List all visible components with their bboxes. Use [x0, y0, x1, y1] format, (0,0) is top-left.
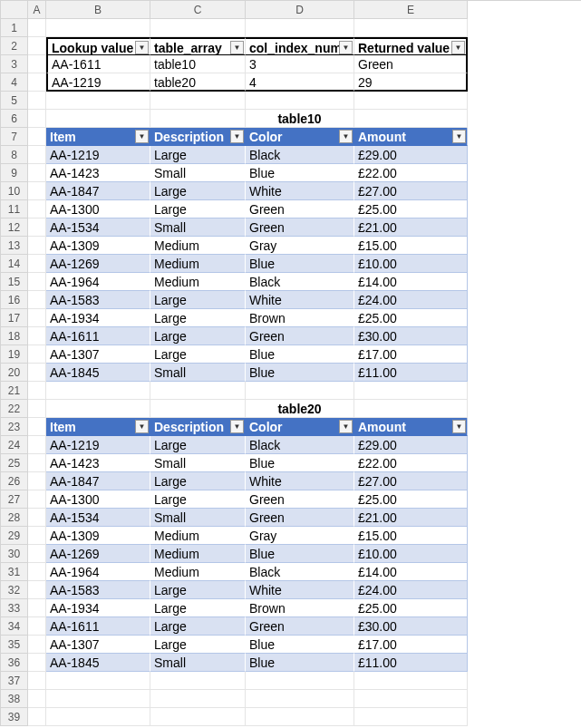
row-header[interactable]: 23 — [1, 418, 28, 436]
table-cell[interactable]: AA-1300 — [46, 490, 150, 509]
row-header[interactable]: 17 — [1, 309, 28, 327]
row-header[interactable]: 34 — [1, 617, 28, 636]
table-cell[interactable]: £25.00 — [354, 599, 468, 617]
table-cell[interactable]: £11.00 — [354, 654, 468, 672]
table-cell[interactable]: Black — [246, 146, 354, 164]
table-cell[interactable]: AA-1534 — [46, 509, 150, 527]
table-cell[interactable]: Large — [150, 146, 246, 164]
table-cell[interactable]: AA-1934 — [46, 309, 150, 327]
row-header[interactable]: 12 — [1, 218, 28, 237]
row-header[interactable]: 18 — [1, 327, 28, 345]
filter-dropdown-icon[interactable]: ▼ — [135, 41, 149, 54]
row-header[interactable]: 27 — [1, 490, 28, 509]
row-header[interactable]: 10 — [1, 182, 28, 200]
table-cell[interactable]: £22.00 — [354, 454, 468, 472]
table-cell[interactable]: £22.00 — [354, 164, 468, 182]
table-cell[interactable]: AA-1845 — [46, 364, 150, 382]
row-header[interactable]: 13 — [1, 237, 28, 255]
table-cell[interactable]: White — [246, 182, 354, 200]
table-cell[interactable]: £27.00 — [354, 182, 468, 200]
row-header[interactable]: 4 — [1, 73, 28, 92]
table-cell[interactable]: AA-1847 — [46, 472, 150, 490]
row-header[interactable]: 38 — [1, 690, 28, 708]
row-header[interactable]: 6 — [1, 110, 28, 128]
table-cell[interactable]: AA-1845 — [46, 654, 150, 672]
row-header[interactable]: 26 — [1, 472, 28, 490]
column-header[interactable]: B — [46, 1, 150, 19]
table-cell[interactable]: AA-1583 — [46, 581, 150, 599]
row-header[interactable]: 24 — [1, 436, 28, 454]
row-header[interactable]: 31 — [1, 563, 28, 581]
row-header[interactable]: 20 — [1, 364, 28, 382]
row-header[interactable]: 1 — [1, 19, 28, 37]
table-cell[interactable]: Brown — [246, 309, 354, 327]
table-cell[interactable]: £24.00 — [354, 581, 468, 599]
table-cell[interactable]: Large — [150, 200, 246, 218]
table-cell[interactable]: White — [246, 291, 354, 309]
table-cell[interactable]: Gray — [246, 527, 354, 545]
row-header[interactable]: 2 — [1, 37, 28, 55]
row-header[interactable]: 36 — [1, 654, 28, 672]
row-header[interactable]: 19 — [1, 345, 28, 364]
row-header[interactable]: 5 — [1, 92, 28, 110]
table-cell[interactable]: Blue — [246, 454, 354, 472]
table-cell[interactable]: £15.00 — [354, 527, 468, 545]
column-header[interactable]: D — [246, 1, 354, 19]
table-cell[interactable]: £21.00 — [354, 218, 468, 237]
lookup-cell[interactable]: table10 — [150, 55, 246, 73]
table-cell[interactable]: Large — [150, 291, 246, 309]
table-cell[interactable]: £25.00 — [354, 309, 468, 327]
table-cell[interactable]: AA-1583 — [46, 291, 150, 309]
table-cell[interactable]: Medium — [150, 563, 246, 581]
table-cell[interactable]: Green — [246, 509, 354, 527]
table-cell[interactable]: Small — [150, 654, 246, 672]
table-cell[interactable]: £30.00 — [354, 617, 468, 636]
filter-dropdown-icon[interactable]: ▼ — [339, 420, 353, 433]
row-header[interactable]: 14 — [1, 255, 28, 273]
spreadsheet-grid[interactable]: ABCDE12Lookup value▼table_array▼col_inde… — [0, 0, 581, 726]
table-cell[interactable]: AA-1269 — [46, 255, 150, 273]
table-cell[interactable]: White — [246, 581, 354, 599]
lookup-cell[interactable]: 29 — [354, 73, 468, 92]
table-cell[interactable]: Blue — [246, 545, 354, 563]
table-cell[interactable]: Blue — [246, 636, 354, 654]
lookup-cell[interactable]: Green — [354, 55, 468, 73]
row-header[interactable]: 11 — [1, 200, 28, 218]
lookup-cell[interactable]: AA-1611 — [46, 55, 150, 73]
table-cell[interactable]: £15.00 — [354, 237, 468, 255]
table-cell[interactable]: Green — [246, 200, 354, 218]
table-cell[interactable]: White — [246, 472, 354, 490]
table-cell[interactable]: £29.00 — [354, 146, 468, 164]
filter-dropdown-icon[interactable]: ▼ — [452, 420, 466, 433]
table-cell[interactable]: Large — [150, 327, 246, 345]
table-cell[interactable]: Large — [150, 436, 246, 454]
row-header[interactable]: 7 — [1, 128, 28, 146]
row-header[interactable]: 30 — [1, 545, 28, 563]
table-cell[interactable]: Brown — [246, 599, 354, 617]
table-cell[interactable]: £25.00 — [354, 200, 468, 218]
table-cell[interactable]: Medium — [150, 255, 246, 273]
table-cell[interactable]: AA-1964 — [46, 273, 150, 291]
table-cell[interactable]: AA-1934 — [46, 599, 150, 617]
table-cell[interactable]: Large — [150, 309, 246, 327]
table-cell[interactable]: Blue — [246, 345, 354, 364]
table-cell[interactable]: Small — [150, 509, 246, 527]
table-cell[interactable]: £21.00 — [354, 509, 468, 527]
filter-dropdown-icon[interactable]: ▼ — [230, 41, 244, 54]
table-cell[interactable]: Medium — [150, 273, 246, 291]
table-cell[interactable]: £10.00 — [354, 255, 468, 273]
row-header[interactable]: 15 — [1, 273, 28, 291]
table-cell[interactable]: AA-1300 — [46, 200, 150, 218]
row-header[interactable]: 33 — [1, 599, 28, 617]
table-cell[interactable]: Large — [150, 345, 246, 364]
table-cell[interactable]: AA-1219 — [46, 146, 150, 164]
lookup-cell[interactable]: AA-1219 — [46, 73, 150, 92]
table-cell[interactable]: Medium — [150, 527, 246, 545]
row-header[interactable]: 39 — [1, 708, 28, 726]
table-cell[interactable]: £14.00 — [354, 273, 468, 291]
table-cell[interactable]: £25.00 — [354, 490, 468, 509]
table-cell[interactable]: AA-1423 — [46, 164, 150, 182]
table-cell[interactable]: Green — [246, 490, 354, 509]
filter-dropdown-icon[interactable]: ▼ — [135, 130, 149, 143]
table-cell[interactable]: Green — [246, 218, 354, 237]
